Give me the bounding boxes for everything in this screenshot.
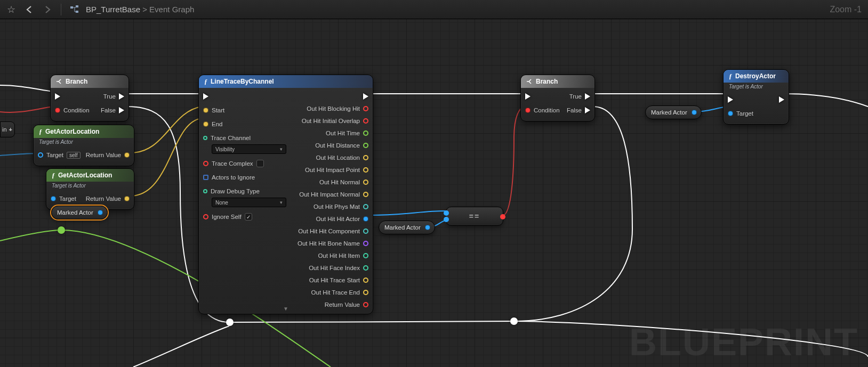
node-destroy-actor[interactable]: ƒ DestroyActor Target is Actor Target <box>723 69 789 125</box>
node-header[interactable]: Branch <box>51 75 128 88</box>
trace-complex-pin[interactable]: Trace Complex <box>203 158 264 169</box>
variable-label: Marked Actor <box>651 109 687 116</box>
ignore-self-pin[interactable]: Ignore Self <box>203 211 252 222</box>
exec-in-pin[interactable] <box>55 91 60 102</box>
breadcrumb[interactable]: BP_TurretBase > Event Graph <box>86 5 194 14</box>
graph-icon[interactable] <box>68 3 82 17</box>
breadcrumb-sep: > <box>142 5 149 14</box>
variable-out-pin[interactable] <box>425 225 430 230</box>
node-title: GetActorLocation <box>58 172 112 179</box>
function-icon: ƒ <box>39 128 42 136</box>
node-fragment[interactable]: in + <box>0 121 15 137</box>
node-branch[interactable]: Branch Condition True False <box>520 75 595 121</box>
variable-get-marked-actor[interactable]: Marked Actor <box>51 206 108 219</box>
node-subtitle: Target is Actor <box>52 183 86 189</box>
true-pin[interactable]: True <box>103 91 124 102</box>
node-get-actor-location[interactable]: ƒ GetActorLocation Target is Actor Targe… <box>46 168 134 210</box>
svg-rect-2 <box>76 11 78 13</box>
out-blocking-hit-pin[interactable]: Out Hit Blocking Hit <box>307 103 368 114</box>
variable-out-pin[interactable] <box>692 110 697 115</box>
trace-channel-pin[interactable]: Trace Channel <box>203 133 286 143</box>
out-hit-location-pin[interactable]: Out Hit Location <box>316 152 368 163</box>
node-title: Branch <box>536 78 558 85</box>
variable-label: Marked Actor <box>384 224 421 231</box>
condition-pin[interactable]: Condition <box>525 105 560 116</box>
draw-debug-type-pin[interactable]: Draw Debug Type <box>203 186 286 197</box>
trace-complex-checkbox[interactable] <box>256 160 264 167</box>
node-header[interactable]: ƒ DestroyActor <box>724 70 789 83</box>
node-get-actor-location[interactable]: ƒ GetActorLocation Target is Actor Targe… <box>33 125 134 166</box>
reroute-exec[interactable] <box>510 317 518 325</box>
false-pin[interactable]: False <box>101 105 124 116</box>
equals-a-pin[interactable] <box>444 210 449 216</box>
nav-forward-icon[interactable] <box>41 3 54 17</box>
branch-icon <box>56 78 62 85</box>
node-title: Branch <box>66 78 87 85</box>
out-hit-actor-pin[interactable]: Out Hit Hit Actor <box>316 214 368 224</box>
node-header[interactable]: ƒ GetActorLocation <box>34 125 134 138</box>
return-value-pin[interactable]: Return Value <box>86 193 130 204</box>
equals-b-pin[interactable] <box>444 217 449 222</box>
out-hit-distance-pin[interactable]: Out Hit Distance <box>315 140 368 151</box>
return-value-pin[interactable]: Return Value <box>86 150 130 160</box>
equals-out-pin[interactable] <box>500 214 505 219</box>
reroute-exec[interactable] <box>226 319 234 326</box>
node-line-trace-by-channel[interactable]: ƒ LineTraceByChannel Start End Trace Cha… <box>198 75 373 314</box>
out-hit-item-pin[interactable]: Out Hit Hit Item <box>318 250 368 261</box>
function-icon: ƒ <box>204 78 207 86</box>
out-hit-time-pin[interactable]: Out Hit Time <box>326 128 368 138</box>
plus-icon[interactable]: + <box>9 126 12 133</box>
out-initial-overlap-pin[interactable]: Out Hit Initial Overlap <box>302 116 368 126</box>
out-hit-trace-start-pin[interactable]: Out Hit Trace Start <box>309 275 368 286</box>
draw-debug-dropdown[interactable]: None <box>212 198 286 207</box>
toolbar: ☆ BP_TurretBase > Event Graph Zoom -1 <box>0 0 868 19</box>
exec-out-pin[interactable] <box>779 94 784 105</box>
self-value[interactable]: self <box>67 152 81 159</box>
out-hit-impact-point-pin[interactable]: Out Hit Impact Point <box>305 165 368 175</box>
out-hit-face-index-pin[interactable]: Out Hit Face Index <box>309 263 368 273</box>
trace-channel-dropdown[interactable]: Visibility <box>212 144 286 154</box>
start-pin[interactable]: Start <box>203 105 224 116</box>
target-pin[interactable]: Target self <box>38 150 81 160</box>
svg-rect-0 <box>70 6 73 9</box>
out-hit-bone-name-pin[interactable]: Out Hit Hit Bone Name <box>298 238 368 249</box>
actors-to-ignore-pin[interactable]: Actors to Ignore <box>203 172 255 183</box>
true-pin[interactable]: True <box>569 91 590 102</box>
node-branch[interactable]: Branch Condition True False <box>50 75 129 121</box>
node-header[interactable]: ƒ GetActorLocation <box>46 169 134 182</box>
function-icon: ƒ <box>52 172 55 180</box>
variable-out-pin[interactable] <box>98 210 103 215</box>
exec-out-pin[interactable] <box>363 91 368 102</box>
target-pin[interactable]: Target <box>728 108 753 119</box>
variable-get-marked-actor[interactable]: Marked Actor <box>379 221 435 234</box>
return-value-pin[interactable]: Return Value <box>325 299 368 310</box>
favorite-icon[interactable]: ☆ <box>4 3 18 17</box>
node-equals[interactable]: == <box>446 207 503 226</box>
condition-pin[interactable]: Condition <box>55 105 90 116</box>
out-hit-normal-pin[interactable]: Out Hit Normal <box>319 177 368 187</box>
out-hit-trace-end-pin[interactable]: Out Hit Trace End <box>311 287 368 298</box>
node-header[interactable]: ƒ LineTraceByChannel <box>199 75 373 88</box>
breadcrumb-leaf[interactable]: Event Graph <box>149 5 194 14</box>
target-pin[interactable]: Target <box>51 193 76 204</box>
breadcrumb-root[interactable]: BP_TurretBase <box>86 5 140 14</box>
node-header[interactable]: Branch <box>521 75 594 88</box>
exec-in-pin[interactable] <box>728 94 733 105</box>
toolbar-separator <box>61 4 61 15</box>
out-hit-impact-normal-pin[interactable]: Out Hit Impact Normal <box>299 189 368 200</box>
nav-back-icon[interactable] <box>22 3 36 17</box>
out-hit-phys-mat-pin[interactable]: Out Hit Phys Mat <box>314 201 368 212</box>
exec-in-pin[interactable] <box>203 91 208 102</box>
end-pin[interactable]: End <box>203 119 222 129</box>
out-hit-component-pin[interactable]: Out Hit Hit Component <box>298 226 368 236</box>
false-pin[interactable]: False <box>567 105 590 116</box>
frag-label: in <box>2 126 7 133</box>
variable-get-marked-actor[interactable]: Marked Actor <box>645 105 702 119</box>
node-title: LineTraceByChannel <box>211 78 274 85</box>
node-subtitle: Target is Actor <box>729 84 763 89</box>
reroute-data[interactable] <box>58 226 65 234</box>
ignore-self-checkbox[interactable] <box>245 213 252 221</box>
exec-in-pin[interactable] <box>525 91 531 102</box>
equals-label: == <box>469 212 480 221</box>
expand-arrow-icon[interactable]: ▼ <box>283 306 288 312</box>
